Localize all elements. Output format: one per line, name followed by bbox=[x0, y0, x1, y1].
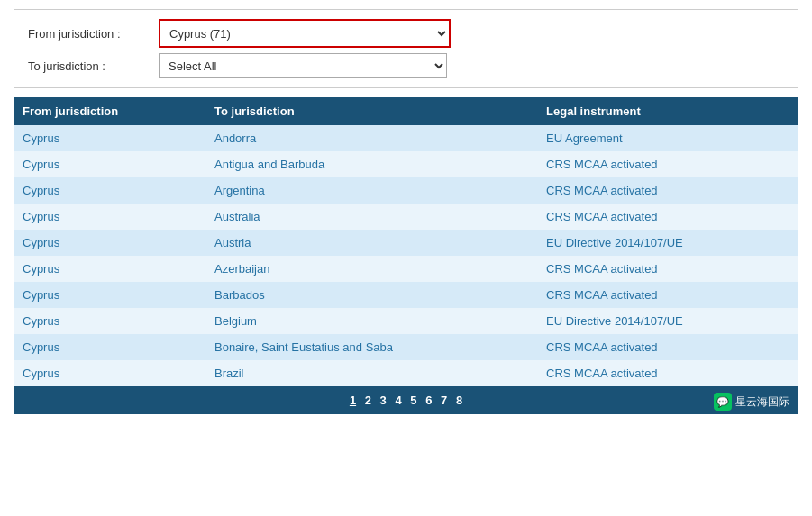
from-jurisdiction-select-wrapper: Cyprus (71) bbox=[159, 19, 451, 48]
jurisdiction-table: From jurisdiction To jurisdiction Legal … bbox=[14, 97, 798, 386]
to-jurisdiction-row: To jurisdiction : Select All bbox=[28, 53, 784, 78]
table-row: CyprusAzerbaijanCRS MCAA activated bbox=[14, 256, 798, 282]
pagination-links: 1 2 3 4 5 6 7 8 bbox=[347, 394, 465, 407]
cell-from[interactable]: Cyprus bbox=[14, 204, 205, 230]
cell-from[interactable]: Cyprus bbox=[14, 125, 205, 151]
watermark: 💬 星云海国际 bbox=[714, 393, 789, 411]
cell-from[interactable]: Cyprus bbox=[14, 151, 205, 177]
table-row: CyprusBelgiumEU Directive 2014/107/UE bbox=[14, 308, 798, 334]
cell-instrument: CRS MCAA activated bbox=[537, 256, 798, 282]
cell-to[interactable]: Andorra bbox=[205, 125, 537, 151]
cell-from[interactable]: Cyprus bbox=[14, 334, 205, 360]
col-legal-instrument: Legal instrument bbox=[537, 97, 798, 125]
watermark-icon: 💬 bbox=[714, 393, 732, 411]
from-jurisdiction-row: From jurisdiction : Cyprus (71) bbox=[28, 19, 784, 48]
table-header: From jurisdiction To jurisdiction Legal … bbox=[14, 97, 798, 125]
table-row: CyprusBrazilCRS MCAA activated bbox=[14, 360, 798, 386]
cell-instrument: EU Directive 2014/107/UE bbox=[537, 308, 798, 334]
cell-instrument: EU Directive 2014/107/UE bbox=[537, 230, 798, 256]
cell-instrument: CRS MCAA activated bbox=[537, 334, 798, 360]
cell-instrument: CRS MCAA activated bbox=[537, 177, 798, 204]
pagination-link[interactable]: 3 bbox=[380, 394, 387, 407]
pagination-link[interactable]: 6 bbox=[425, 394, 432, 407]
cell-to[interactable]: Barbados bbox=[205, 282, 537, 308]
pagination-link[interactable]: 4 bbox=[395, 394, 401, 407]
cell-to[interactable]: Azerbaijan bbox=[205, 256, 537, 282]
from-jurisdiction-select[interactable]: Cyprus (71) bbox=[160, 21, 449, 46]
cell-from[interactable]: Cyprus bbox=[14, 308, 205, 334]
table-row: CyprusBonaire, Saint Eustatius and SabaC… bbox=[14, 334, 798, 360]
cell-instrument: CRS MCAA activated bbox=[537, 204, 798, 230]
cell-to[interactable]: Antigua and Barbuda bbox=[205, 151, 537, 177]
col-to-jurisdiction: To jurisdiction bbox=[205, 97, 537, 125]
pagination-link[interactable]: 7 bbox=[441, 394, 447, 407]
pagination-link[interactable]: 5 bbox=[410, 394, 416, 407]
cell-to[interactable]: Argentina bbox=[205, 177, 537, 204]
cell-instrument: CRS MCAA activated bbox=[537, 282, 798, 308]
table-header-row: From jurisdiction To jurisdiction Legal … bbox=[14, 97, 798, 125]
cell-to[interactable]: Australia bbox=[205, 204, 537, 230]
cell-instrument: CRS MCAA activated bbox=[537, 151, 798, 177]
table-row: CyprusArgentinaCRS MCAA activated bbox=[14, 177, 798, 204]
cell-to[interactable]: Austria bbox=[205, 230, 537, 256]
cell-from[interactable]: Cyprus bbox=[14, 230, 205, 256]
watermark-text: 星云海国际 bbox=[735, 394, 789, 410]
pagination-link[interactable]: 8 bbox=[456, 394, 462, 407]
table-body: CyprusAndorraEU AgreementCyprusAntigua a… bbox=[14, 125, 798, 386]
pagination-bar: 1 2 3 4 5 6 7 8 💬 星云海国际 bbox=[14, 386, 798, 414]
to-jurisdiction-label: To jurisdiction : bbox=[28, 59, 159, 73]
table-row: CyprusAustraliaCRS MCAA activated bbox=[14, 204, 798, 230]
from-jurisdiction-label: From jurisdiction : bbox=[28, 27, 159, 41]
table-row: CyprusAustriaEU Directive 2014/107/UE bbox=[14, 230, 798, 256]
cell-to[interactable]: Belgium bbox=[205, 308, 537, 334]
col-from-jurisdiction: From jurisdiction bbox=[14, 97, 205, 125]
cell-from[interactable]: Cyprus bbox=[14, 256, 205, 282]
to-jurisdiction-select[interactable]: Select All bbox=[159, 53, 447, 78]
cell-instrument: EU Agreement bbox=[537, 125, 798, 151]
table-row: CyprusAntigua and BarbudaCRS MCAA activa… bbox=[14, 151, 798, 177]
filters-section: From jurisdiction : Cyprus (71) To juris… bbox=[14, 9, 798, 88]
cell-to[interactable]: Bonaire, Saint Eustatius and Saba bbox=[205, 334, 537, 360]
table-row: CyprusBarbadosCRS MCAA activated bbox=[14, 282, 798, 308]
cell-from[interactable]: Cyprus bbox=[14, 282, 205, 308]
table-row: CyprusAndorraEU Agreement bbox=[14, 125, 798, 151]
cell-from[interactable]: Cyprus bbox=[14, 177, 205, 204]
cell-to[interactable]: Brazil bbox=[205, 360, 537, 386]
cell-instrument: CRS MCAA activated bbox=[537, 360, 798, 386]
pagination-link[interactable]: 2 bbox=[365, 394, 371, 407]
pagination-link[interactable]: 1 bbox=[350, 394, 356, 407]
cell-from[interactable]: Cyprus bbox=[14, 360, 205, 386]
